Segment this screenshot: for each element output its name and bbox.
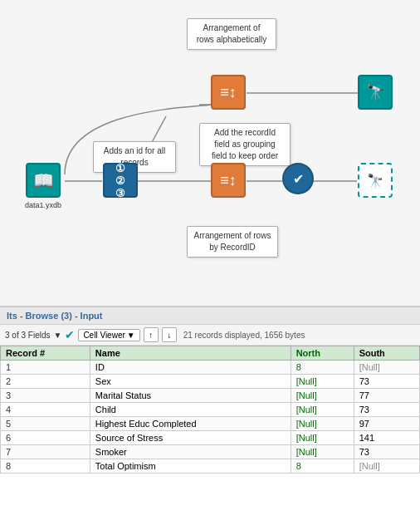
tooltip-grouping: Add the recordId field as grouping field… (199, 123, 291, 166)
col-header-north: North (291, 346, 354, 361)
cell-record: 7 (1, 445, 90, 459)
cell-record: 4 (1, 403, 90, 417)
fields-label: 3 of 3 Fields (5, 331, 50, 340)
data-table: Record # Name North South 1ID8[Null]2Sex… (0, 346, 420, 473)
cell-name: Sex (90, 375, 291, 389)
cell-record: 1 (1, 361, 90, 375)
table-row: 2Sex[Null]73 (1, 375, 420, 389)
cell-record: 8 (1, 459, 90, 473)
workflow-canvas: Arrangement of rows alphabetically ≡↕ 🔭 … (0, 0, 420, 307)
check-node[interactable]: ✔ (282, 163, 314, 194)
cell-name: Child (90, 403, 291, 417)
cell-north: 8 (291, 361, 354, 375)
cell-name: Smoker (90, 445, 291, 459)
cell-south: 141 (354, 431, 419, 445)
table-row: 8Total Optimism8[Null] (1, 459, 420, 473)
table-row: 4Child[Null]73 (1, 403, 420, 417)
cell-north: [Null] (291, 389, 354, 403)
cell-south: 73 (354, 375, 419, 389)
cell-south: 77 (354, 389, 419, 403)
status-text: 21 records displayed, 1656 bytes (183, 331, 305, 340)
table-row: 5Highest Educ Completed[Null]97 (1, 417, 420, 431)
cell-south: 73 (354, 403, 419, 417)
cell-north: [Null] (291, 403, 354, 417)
cell-record: 3 (1, 389, 90, 403)
browse-node-top[interactable]: 🔭 (358, 75, 393, 110)
panel-header: lts - Browse (3) - Input (0, 307, 420, 325)
table-container[interactable]: Record # Name North South 1ID8[Null]2Sex… (0, 346, 420, 473)
sort-desc-button[interactable]: ↓ (162, 327, 177, 342)
col-header-name: Name (90, 346, 291, 361)
bottom-panel: lts - Browse (3) - Input 3 of 3 Fields ▼… (0, 307, 420, 525)
sort-node-top[interactable]: ≡↕ (211, 75, 246, 110)
cell-south: [Null] (354, 361, 419, 375)
formula-node[interactable]: ≡↕ (211, 163, 246, 198)
table-row: 6Source of Stress[Null]141 (1, 431, 420, 445)
col-header-record: Record # (1, 346, 90, 361)
toolbar: 3 of 3 Fields ▼ ✔ Cell Viewer ▼ ↑ ↓ 21 r… (0, 325, 420, 346)
cell-north: 8 (291, 459, 354, 473)
cell-name: Marital Status (90, 389, 291, 403)
cell-south: 97 (354, 417, 419, 431)
input-node[interactable]: 📖 data1.yxdb (25, 163, 61, 209)
cell-name: Highest Educ Completed (90, 417, 291, 431)
cell-viewer-dropdown[interactable]: Cell Viewer ▼ (78, 329, 139, 341)
cell-north: [Null] (291, 375, 354, 389)
cell-south: 73 (354, 445, 419, 459)
cell-north: [Null] (291, 445, 354, 459)
cell-north: [Null] (291, 431, 354, 445)
cell-north: [Null] (291, 417, 354, 431)
browse-node-bottom[interactable]: 🔭 (358, 163, 393, 198)
cell-name: ID (90, 361, 291, 375)
tooltip-sort-alpha: Arrangement of rows alphabetically (187, 18, 276, 50)
cell-name: Source of Stress (90, 431, 291, 445)
col-header-south: South (354, 346, 419, 361)
cell-name: Total Optimism (90, 459, 291, 473)
recordid-node[interactable]: ①②③ (103, 163, 138, 198)
cell-south: [Null] (354, 459, 419, 473)
cell-record: 2 (1, 375, 90, 389)
sort-asc-button[interactable]: ↑ (144, 327, 159, 342)
cell-record: 6 (1, 431, 90, 445)
cell-record: 5 (1, 417, 90, 431)
table-row: 3Marital Status[Null]77 (1, 389, 420, 403)
table-row: 1ID8[Null] (1, 361, 420, 375)
table-row: 7Smoker[Null]73 (1, 445, 420, 459)
tooltip-sort-recordid: Arrangement of rows by RecordID (187, 226, 278, 258)
